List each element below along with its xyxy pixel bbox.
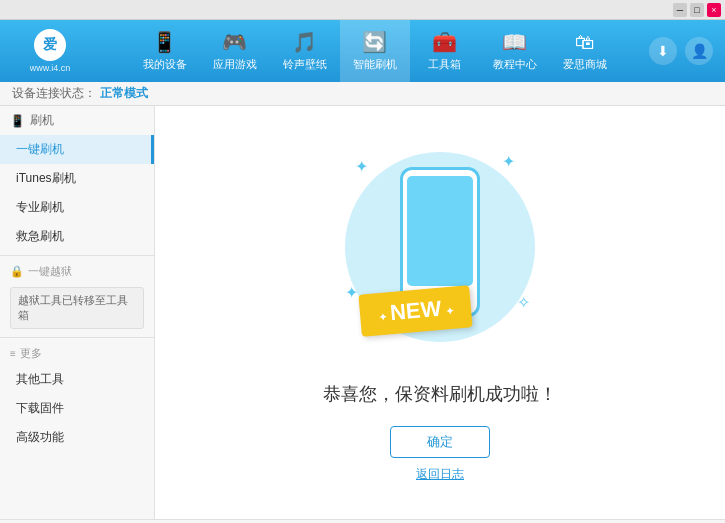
content-area: ✦ ✦ ✦ ✧ NEW 恭喜您，保资料刷机成功啦！ 确定 返回日志 (155, 106, 725, 519)
sidebar-item-one-click-flash[interactable]: 一键刷机 (0, 135, 154, 164)
save-flash-label: 救急刷机 (16, 229, 64, 243)
nav-app-game-label: 应用游戏 (213, 57, 257, 72)
logo-url: www.i4.cn (30, 63, 71, 73)
sparkle-2: ✦ (502, 152, 515, 171)
more-section-icon: ≡ (10, 348, 16, 359)
phone-screen (407, 176, 473, 286)
shop-icon: 🛍 (575, 31, 595, 54)
confirm-button[interactable]: 确定 (390, 426, 490, 458)
sparkle-1: ✦ (355, 157, 368, 176)
status-value: 正常模式 (100, 85, 148, 102)
logo-area: 爱 www.i4.cn (0, 29, 100, 73)
nav-app-game[interactable]: 🎮 应用游戏 (200, 20, 270, 82)
sidebar-item-other-tools[interactable]: 其他工具 (0, 365, 154, 394)
ringtone-icon: 🎵 (292, 30, 317, 54)
jailbreak-notice-text: 越狱工具已转移至工具箱 (18, 293, 136, 323)
sparkle-3: ✦ (345, 283, 358, 302)
sidebar-divider-2 (0, 337, 154, 338)
nav-toolbox[interactable]: 🧰 工具箱 (410, 20, 480, 82)
tutorial-icon: 📖 (502, 30, 527, 54)
toolbox-icon: 🧰 (432, 30, 457, 54)
app-game-icon: 🎮 (222, 30, 247, 54)
minimize-button[interactable]: ─ (673, 3, 687, 17)
status-bar: 设备连接状态： 正常模式 (0, 82, 725, 106)
confirm-button-label: 确定 (427, 433, 453, 451)
other-tools-label: 其他工具 (16, 372, 64, 386)
bottom-bar: 自动继续 跳过向导 | 📱 iPhone 12 mini 64GB Down-1… (0, 519, 725, 523)
nav-my-device[interactable]: 📱 我的设备 (130, 20, 200, 82)
back-to-log-link[interactable]: 返回日志 (416, 466, 464, 483)
sidebar-item-download-fw[interactable]: 下载固件 (0, 394, 154, 423)
header: 爱 www.i4.cn 📱 我的设备 🎮 应用游戏 🎵 铃声壁纸 🔄 智能刷机 … (0, 20, 725, 82)
more-label: 更多 (20, 346, 42, 361)
one-click-flash-label: 一键刷机 (16, 142, 64, 156)
sparkle-4: ✧ (517, 293, 530, 312)
sidebar-item-pro-flash[interactable]: 专业刷机 (0, 193, 154, 222)
nav-tutorial[interactable]: 📖 教程中心 (480, 20, 550, 82)
sidebar-item-save-flash[interactable]: 救急刷机 (0, 222, 154, 251)
nav-tutorial-label: 教程中心 (493, 57, 537, 72)
maximize-button[interactable]: □ (690, 3, 704, 17)
nav-smart-shop[interactable]: 🔄 智能刷机 (340, 20, 410, 82)
nav-toolbox-label: 工具箱 (428, 57, 461, 72)
status-label: 设备连接状态： (12, 85, 96, 102)
my-device-icon: 📱 (152, 30, 177, 54)
download-fw-label: 下载固件 (16, 401, 64, 415)
flash-section-label: 刷机 (30, 112, 54, 129)
sidebar-divider-1 (0, 255, 154, 256)
close-button[interactable]: × (707, 3, 721, 17)
nav-ringtone[interactable]: 🎵 铃声壁纸 (270, 20, 340, 82)
more-section-label: ≡ 更多 (0, 342, 154, 365)
jailbreak-label: 🔒 一键越狱 (0, 260, 154, 283)
main-layout: 📱 刷机 一键刷机 iTunes刷机 专业刷机 救急刷机 🔒 一键越狱 越狱工具… (0, 106, 725, 519)
sidebar-flash-section: 📱 刷机 (0, 106, 154, 135)
flash-section-icon: 📱 (10, 114, 25, 128)
logo-icon: 爱 (34, 29, 66, 61)
sidebar: 📱 刷机 一键刷机 iTunes刷机 专业刷机 救急刷机 🔒 一键越狱 越狱工具… (0, 106, 155, 519)
itunes-flash-label: iTunes刷机 (16, 171, 76, 185)
nav-smart-shop-label: 智能刷机 (353, 57, 397, 72)
smart-shop-icon: 🔄 (362, 30, 387, 54)
nav-shop[interactable]: 🛍 爱思商城 (550, 20, 620, 82)
nav-ringtone-label: 铃声壁纸 (283, 57, 327, 72)
download-button[interactable]: ⬇ (649, 37, 677, 65)
advanced-label: 高级功能 (16, 430, 64, 444)
nav-items: 📱 我的设备 🎮 应用游戏 🎵 铃声壁纸 🔄 智能刷机 🧰 工具箱 📖 教程中心… (100, 20, 649, 82)
sidebar-item-advanced[interactable]: 高级功能 (0, 423, 154, 452)
nav-right: ⬇ 👤 (649, 37, 725, 65)
phone-illustration: ✦ ✦ ✦ ✧ NEW (340, 142, 540, 362)
user-button[interactable]: 👤 (685, 37, 713, 65)
pro-flash-label: 专业刷机 (16, 200, 64, 214)
jailbreak-notice: 越狱工具已转移至工具箱 (10, 287, 144, 329)
nav-my-device-label: 我的设备 (143, 57, 187, 72)
nav-shop-label: 爱思商城 (563, 57, 607, 72)
lock-icon: 🔒 (10, 265, 24, 278)
sidebar-item-itunes-flash[interactable]: iTunes刷机 (0, 164, 154, 193)
success-text: 恭喜您，保资料刷机成功啦！ (323, 382, 557, 406)
title-bar: ─ □ × (0, 0, 725, 20)
